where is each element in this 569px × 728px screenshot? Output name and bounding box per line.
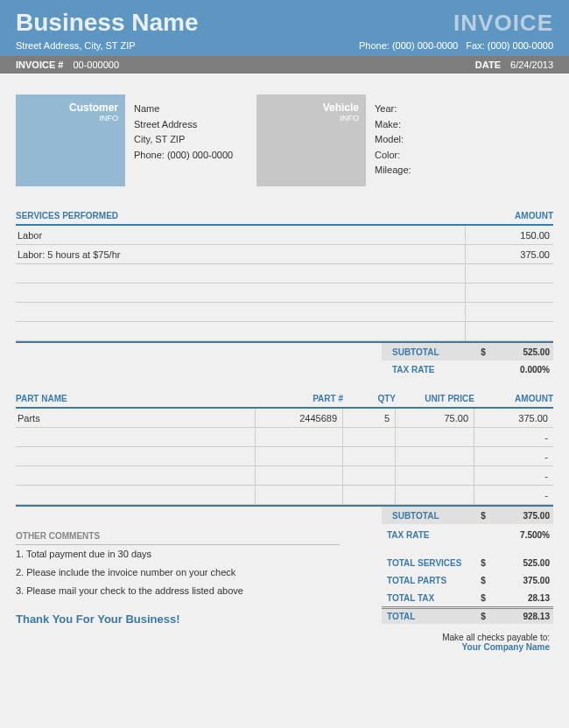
service-row: [16, 284, 553, 303]
service-amount: 375.00: [466, 249, 553, 260]
company-contact: Phone: (000) 000-0000 Fax: (000) 000-000…: [359, 40, 553, 51]
comment-line: 3. Please mail your check to the address…: [16, 582, 340, 600]
service-desc: [16, 303, 466, 321]
service-desc: [16, 284, 466, 302]
total-services-row: TOTAL SERVICES $ 525.00: [382, 554, 553, 571]
parts-row: -: [16, 466, 553, 486]
service-desc: [16, 264, 466, 283]
parts-row: -: [16, 447, 553, 466]
parts-taxrate-row: TAX RATE 7.500%: [382, 526, 553, 543]
parts-subtotal-row: SUBTOTAL $ 375.00: [16, 507, 553, 524]
parts-row: -: [16, 428, 553, 447]
service-row: [16, 303, 553, 322]
vehicle-data: Year: Make: Model: Color: Mileage:: [366, 94, 411, 186]
service-row: Labor: 5 hours at $75/hr375.00: [16, 245, 553, 264]
thank-you: Thank You For Your Business!: [16, 612, 382, 626]
comment-line: 2. Please include the invoice number on …: [16, 564, 340, 582]
service-amount: 150.00: [466, 230, 553, 241]
grand-total-row: TOTAL $ 928.13: [382, 606, 553, 624]
comment-line: 1. Total payment due in 30 days: [16, 545, 340, 564]
service-desc: Labor: [16, 226, 466, 244]
customer-block: Customer INFO: [16, 94, 125, 186]
invoice-num-label: INVOICE #: [16, 60, 63, 70]
meta-band: INVOICE # 00-000000 DATE 6/24/2013: [0, 56, 569, 74]
company-name: Business Name: [16, 9, 199, 37]
service-row: [16, 264, 553, 284]
services-taxrate-row: TAX RATE 0.000%: [16, 360, 553, 378]
customer-data: Name Street Address City, ST ZIP Phone: …: [125, 94, 256, 186]
date-value: 6/24/2013: [510, 60, 553, 70]
parts-row: -: [16, 486, 553, 505]
total-tax-row: TOTAL TAX $ 28.13: [382, 589, 553, 606]
vehicle-block: Vehicle INFO: [256, 94, 366, 186]
company-address: Street Address, City, ST ZIP: [16, 40, 136, 51]
invoice-page: Business Name INVOICE Street Address, Ci…: [0, 0, 569, 728]
service-desc: [16, 322, 466, 340]
comments-body: 1. Total payment due in 30 days2. Please…: [16, 545, 340, 600]
header-band: Business Name INVOICE Street Address, Ci…: [0, 0, 569, 56]
service-desc: Labor: 5 hours at $75/hr: [16, 245, 466, 263]
comments-header: OTHER COMMENTS: [16, 526, 340, 545]
services-header: SERVICES PERFORMED AMOUNT: [16, 207, 553, 226]
total-parts-row: TOTAL PARTS $ 375.00: [382, 571, 553, 589]
date-label: DATE: [475, 60, 501, 70]
service-row: Labor150.00: [16, 226, 553, 245]
payable-block: Make all checks payable to: Your Company…: [382, 633, 553, 652]
info-blocks: Customer INFO Name Street Address City, …: [0, 74, 569, 195]
parts-header: PART NAME PART # QTY UNIT PRICE AMOUNT: [16, 390, 553, 409]
invoice-num: 00-000000: [73, 60, 119, 70]
services-subtotal-row: SUBTOTAL $ 525.00: [16, 343, 553, 360]
service-row: [16, 322, 553, 341]
invoice-title: INVOICE: [453, 10, 553, 37]
parts-row: Parts2445689575.00375.00: [16, 409, 553, 428]
